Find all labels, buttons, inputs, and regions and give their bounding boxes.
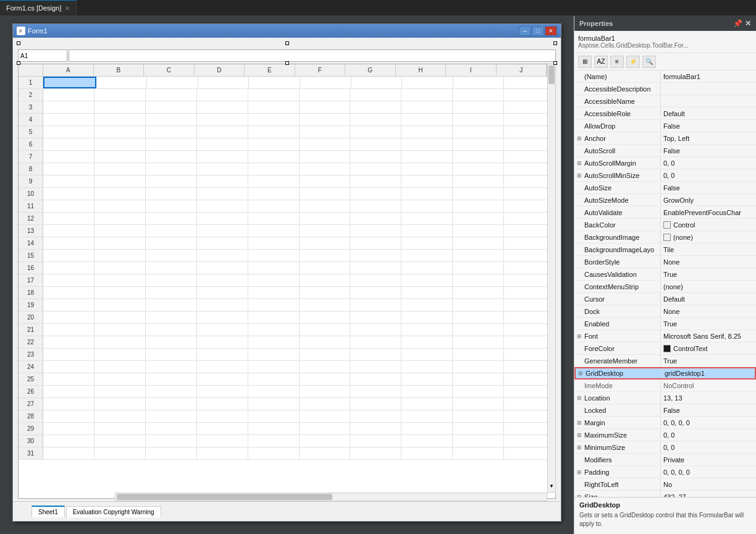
prop-row-backcolor[interactable]: BackColor Control xyxy=(574,219,756,231)
prop-row-causesvalidation[interactable]: CausesValidation True xyxy=(574,268,756,281)
col-header-g[interactable]: G xyxy=(345,64,396,76)
props-close-button[interactable]: ✕ xyxy=(745,19,751,28)
col-header-c[interactable]: C xyxy=(144,64,195,76)
prop-row-font[interactable]: ⊞ Font Microsoft Sans Serif, 8.25 xyxy=(574,330,756,342)
handle-tc[interactable] xyxy=(285,41,289,45)
prop-value-backcolor[interactable]: Control xyxy=(661,219,756,231)
handle-tl[interactable] xyxy=(17,41,20,45)
prop-value-autoscroll[interactable]: False xyxy=(661,145,756,156)
prop-value-griddesktop[interactable]: gridDesktop1 xyxy=(662,368,755,378)
prop-row-backgroundimage[interactable]: BackgroundImage (none) xyxy=(574,231,756,244)
prop-row-imemode[interactable]: ImeMode NoControl xyxy=(574,379,756,392)
horizontal-scrollbar[interactable] xyxy=(115,493,547,501)
prop-value-anchor[interactable]: Top, Left xyxy=(661,132,756,144)
prop-row-accessiblename[interactable]: AccessibleName xyxy=(574,95,756,108)
props-categorized-button[interactable]: ⊞ xyxy=(578,56,592,68)
prop-value-imemode[interactable]: NoControl xyxy=(661,379,756,391)
minimumsize-expand-icon[interactable]: ⊞ xyxy=(577,444,582,451)
cell-c1[interactable] xyxy=(147,77,198,88)
prop-row-autovalidate[interactable]: AutoValidate EnablePreventFocusChar xyxy=(574,206,756,219)
name-box-input[interactable] xyxy=(18,49,67,62)
props-events-button[interactable]: ⚡ xyxy=(626,56,640,68)
prop-row-dock[interactable]: Dock None xyxy=(574,305,756,318)
prop-value-location[interactable]: 13, 13 xyxy=(661,392,756,404)
cell-a1[interactable] xyxy=(43,77,96,88)
tab-close-button[interactable]: ✕ xyxy=(65,5,70,12)
prop-row-forecolor[interactable]: ForeColor ControlText xyxy=(574,342,756,355)
prop-value-righttoleft[interactable]: No xyxy=(661,478,756,490)
prop-value-autosizemode[interactable]: GrowOnly xyxy=(661,194,756,206)
props-pin-button[interactable]: 📌 xyxy=(733,19,742,28)
prop-row-borderstyle[interactable]: BorderStyle None xyxy=(574,256,756,268)
prop-row-allowdrop[interactable]: AllowDrop False xyxy=(574,120,756,132)
prop-row-enabled[interactable]: Enabled True xyxy=(574,318,756,330)
prop-row-padding[interactable]: ⊞ Padding 0, 0, 0, 0 xyxy=(574,466,756,478)
prop-row-maximumsize[interactable]: ⊞ MaximumSize 0, 0 xyxy=(574,429,756,441)
formula-input[interactable] xyxy=(69,49,556,62)
prop-value-accessibledesc[interactable] xyxy=(661,83,756,95)
col-header-a[interactable]: A xyxy=(43,64,94,76)
prop-row-locked[interactable]: Locked False xyxy=(574,404,756,417)
prop-value-margin[interactable]: 0, 0, 0, 0 xyxy=(661,417,756,428)
prop-value-generatemember[interactable]: True xyxy=(661,355,756,367)
prop-row-size[interactable]: ⊞ Size 432, 27 xyxy=(574,491,756,497)
cell-b1[interactable] xyxy=(96,77,148,88)
anchor-expand-icon[interactable]: ⊞ xyxy=(577,135,582,142)
font-expand-icon[interactable]: ⊞ xyxy=(577,333,582,339)
prop-row-righttoleft[interactable]: RightToLeft No xyxy=(574,478,756,491)
prop-value-minimumsize[interactable]: 0, 0 xyxy=(661,441,756,453)
autoscrollmargin-expand-icon[interactable]: ⊞ xyxy=(577,160,582,166)
cell-g1[interactable] xyxy=(351,77,403,88)
sheet-tab-2[interactable]: Evaluation Copyright Warning xyxy=(66,506,161,517)
prop-value-autoscrollminsize[interactable]: 0, 0 xyxy=(661,169,756,181)
prop-row-autoscrollminsize[interactable]: ⊞ AutoScrollMinSize 0, 0 xyxy=(574,169,756,182)
prop-row-contextmenustrip[interactable]: ContextMenuStrip (none) xyxy=(574,281,756,293)
cell-e1[interactable] xyxy=(249,77,300,88)
margin-expand-icon[interactable]: ⊞ xyxy=(577,420,582,426)
hscroll-thumb[interactable] xyxy=(117,494,332,500)
col-header-e[interactable]: E xyxy=(245,64,295,76)
prop-row-backgroundimagelayo[interactable]: BackgroundImageLayo Tile xyxy=(574,244,756,256)
col-header-i[interactable]: I xyxy=(446,64,497,76)
prop-value-autoscrollmargin[interactable]: 0, 0 xyxy=(661,157,756,169)
sheet-tab-1[interactable]: Sheet1 xyxy=(32,506,65,517)
cell-d1[interactable] xyxy=(198,77,250,88)
prop-value-maximumsize[interactable]: 0, 0 xyxy=(661,429,756,441)
prop-value-backgroundimage[interactable]: (none) xyxy=(661,231,756,243)
autoscrollminsize-expand-icon[interactable]: ⊞ xyxy=(577,172,582,179)
prop-value-accessiblename[interactable] xyxy=(661,95,756,107)
maximumsize-expand-icon[interactable]: ⊞ xyxy=(577,432,582,438)
vertical-scrollbar[interactable]: ▼ xyxy=(547,64,556,493)
prop-value-causesvalidation[interactable]: True xyxy=(661,268,756,280)
prop-value-backgroundimagelayo[interactable]: Tile xyxy=(661,244,756,255)
prop-value-borderstyle[interactable]: None xyxy=(661,256,756,268)
cell-f1[interactable] xyxy=(300,77,351,88)
prop-value-size[interactable]: 432, 27 xyxy=(661,491,756,497)
prop-row-generatemember[interactable]: GenerateMember True xyxy=(574,355,756,367)
minimize-button[interactable]: ─ xyxy=(519,26,531,36)
vscroll-thumb[interactable] xyxy=(548,66,555,84)
maximize-button[interactable]: □ xyxy=(532,26,544,36)
prop-row-autosize[interactable]: AutoSize False xyxy=(574,182,756,194)
prop-row-autoscrollmargin[interactable]: ⊞ AutoScrollMargin 0, 0 xyxy=(574,157,756,169)
prop-value-forecolor[interactable]: ControlText xyxy=(661,342,756,354)
prop-row-margin[interactable]: ⊞ Margin 0, 0, 0, 0 xyxy=(574,417,756,429)
cell-i1[interactable] xyxy=(453,77,505,88)
prop-value-locked[interactable]: False xyxy=(661,404,756,416)
prop-value-dock[interactable]: None xyxy=(661,305,756,317)
prop-row-autosizemode[interactable]: AutoSizeMode GrowOnly xyxy=(574,194,756,206)
prop-row-modifiers[interactable]: Modifiers Private xyxy=(574,454,756,466)
prop-value-accessiblerole[interactable]: Default xyxy=(661,108,756,119)
prop-value-allowdrop[interactable]: False xyxy=(661,120,756,132)
cell-h1[interactable] xyxy=(402,77,453,88)
prop-row-accessiblerole[interactable]: AccessibleRole Default xyxy=(574,108,756,120)
tab-form1-design[interactable]: Form1.cs [Design] ✕ xyxy=(0,0,77,15)
col-header-f[interactable]: F xyxy=(295,64,346,76)
prop-row-name[interactable]: (Name) formulaBar1 xyxy=(574,70,756,83)
prop-value-padding[interactable]: 0, 0, 0, 0 xyxy=(661,466,756,478)
location-expand-icon[interactable]: ⊞ xyxy=(577,395,582,401)
col-header-j[interactable]: J xyxy=(497,64,547,76)
props-alphabetical-button[interactable]: AZ xyxy=(594,56,608,68)
prop-value-name[interactable]: formulaBar1 xyxy=(661,70,756,82)
prop-row-cursor[interactable]: Cursor Default xyxy=(574,293,756,305)
